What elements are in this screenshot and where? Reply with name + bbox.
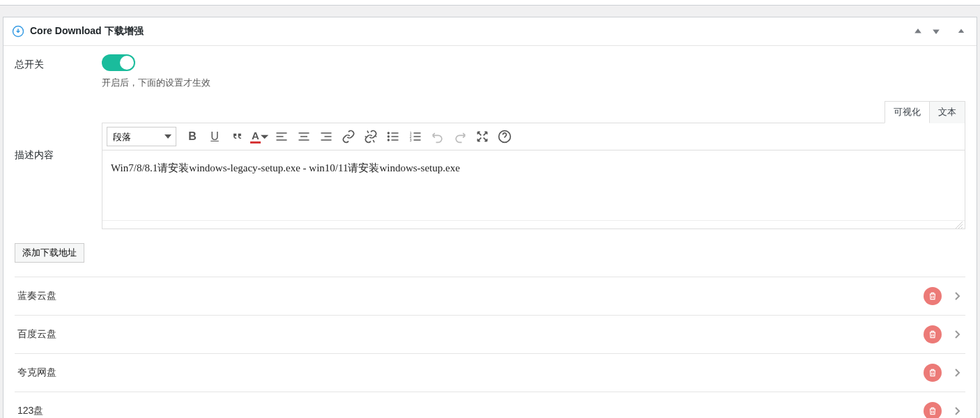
move-up-button[interactable] xyxy=(911,24,925,38)
panel-title: Core Download 下载增强 xyxy=(30,25,911,38)
blockquote-button[interactable] xyxy=(227,126,247,147)
editor: 段落 B U A xyxy=(102,123,965,229)
collapse-button[interactable] xyxy=(954,24,968,38)
delete-button[interactable] xyxy=(924,325,942,343)
editor-tabs: 可视化 文本 xyxy=(102,100,965,123)
undo-button[interactable] xyxy=(427,126,448,147)
toggle-knob xyxy=(120,56,134,70)
ordered-list-button[interactable]: 123 xyxy=(405,126,426,147)
align-right-button[interactable] xyxy=(316,126,337,147)
delete-button[interactable] xyxy=(924,402,942,418)
delete-button[interactable] xyxy=(924,364,942,382)
download-item[interactable]: 夸克网盘 xyxy=(15,353,965,392)
top-bar-partial xyxy=(0,0,980,6)
tab-visual[interactable]: 可视化 xyxy=(885,101,930,123)
chevron-right-icon[interactable] xyxy=(951,291,963,301)
svg-point-2 xyxy=(388,136,390,137)
svg-text:3: 3 xyxy=(410,138,412,142)
redo-button[interactable] xyxy=(450,126,470,147)
panel-controls xyxy=(911,24,968,38)
editor-toolbar: 段落 B U A xyxy=(102,123,965,150)
download-item-label: 夸克网盘 xyxy=(17,366,924,379)
download-item-label: 123盘 xyxy=(17,405,924,417)
fullscreen-button[interactable] xyxy=(472,126,493,147)
panel-header[interactable]: Core Download 下载增强 xyxy=(3,17,977,46)
align-left-button[interactable] xyxy=(271,126,292,147)
download-item-label: 蓝奏云盘 xyxy=(17,290,924,302)
link-button[interactable] xyxy=(338,126,359,147)
text-color-button[interactable]: A xyxy=(249,126,270,147)
svg-point-3 xyxy=(388,139,390,141)
description-label: 描述内容 xyxy=(15,100,102,229)
download-item[interactable]: 蓝奏云盘 xyxy=(15,277,965,315)
download-item[interactable]: 123盘 xyxy=(15,392,965,418)
tab-text[interactable]: 文本 xyxy=(929,101,965,123)
delete-button[interactable] xyxy=(924,287,942,305)
download-icon xyxy=(12,25,24,38)
editor-resize-handle[interactable] xyxy=(102,220,965,229)
unordered-list-button[interactable] xyxy=(383,126,404,147)
chevron-right-icon[interactable] xyxy=(951,330,963,339)
download-list: 蓝奏云盘 百度云盘 夸克网盘 xyxy=(15,277,965,418)
bold-button[interactable]: B xyxy=(182,126,203,147)
master-switch-toggle[interactable] xyxy=(102,54,135,71)
move-down-button[interactable] xyxy=(929,24,943,38)
underline-button[interactable]: U xyxy=(204,126,225,147)
chevron-right-icon[interactable] xyxy=(951,406,963,416)
help-button[interactable] xyxy=(494,126,515,147)
master-switch-row: 总开关 开启后，下面的设置才生效 xyxy=(15,54,965,89)
download-item[interactable]: 百度云盘 xyxy=(15,315,965,353)
download-item-label: 百度云盘 xyxy=(17,328,924,341)
master-switch-label: 总开关 xyxy=(15,54,102,71)
align-center-button[interactable] xyxy=(293,126,314,147)
master-switch-hint: 开启后，下面的设置才生效 xyxy=(102,77,965,89)
panel-body: 总开关 开启后，下面的设置才生效 描述内容 可视化 文本 段落 xyxy=(3,46,977,418)
chevron-right-icon[interactable] xyxy=(951,368,963,378)
svg-point-1 xyxy=(388,132,390,134)
core-download-panel: Core Download 下载增强 总开关 开启后，下面的设置才生效 xyxy=(3,17,977,418)
format-select[interactable]: 段落 xyxy=(107,127,176,146)
unlink-button[interactable] xyxy=(360,126,381,147)
description-row: 描述内容 可视化 文本 段落 B U xyxy=(15,100,965,229)
editor-content[interactable]: Win7/8/8.1请安装windows-legacy-setup.exe - … xyxy=(102,150,965,220)
add-download-button[interactable]: 添加下载地址 xyxy=(15,243,84,263)
